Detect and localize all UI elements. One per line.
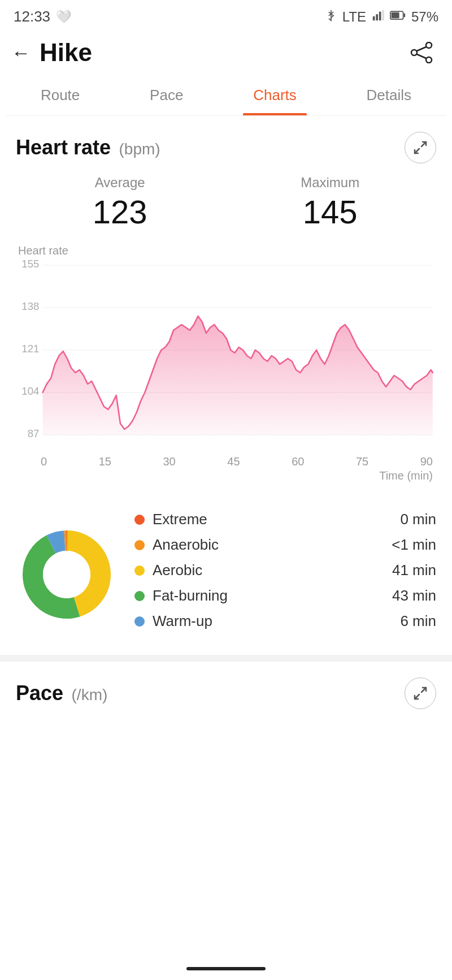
lte-label: LTE <box>342 9 366 25</box>
tab-bar: Route Pace Charts Details <box>6 73 446 116</box>
svg-text:87: 87 <box>28 428 40 439</box>
section-title-area: Heart rate (bpm) <box>16 136 160 159</box>
zone-extreme: Extreme 0 min <box>134 511 436 528</box>
zone-extreme-name: Extreme <box>153 511 207 528</box>
maximum-stat: Maximum 145 <box>301 175 359 231</box>
page-title: Hike <box>40 38 92 67</box>
section-divider <box>0 655 452 662</box>
zone-anaerobic-name: Anaerobic <box>153 536 219 554</box>
zone-aerobic-time: 41 min <box>385 562 436 579</box>
svg-point-29 <box>43 551 90 598</box>
pace-title: Pace <box>16 681 63 705</box>
zone-fatburning-dot <box>134 591 145 601</box>
pace-title-area: Pace (/km) <box>16 681 107 705</box>
maximum-label: Maximum <box>301 175 359 191</box>
bottom-nav-bar <box>0 957 452 980</box>
bottom-spacer <box>0 771 452 805</box>
bluetooth-icon <box>325 8 337 25</box>
back-button[interactable]: ← <box>11 42 31 64</box>
donut-chart <box>16 524 118 625</box>
time-display: 12:33 <box>14 8 50 25</box>
zone-warmup-dot <box>134 616 145 627</box>
zone-fatburning-name: Fat-burning <box>153 587 228 605</box>
svg-point-8 <box>411 50 417 55</box>
pace-section-header: Pace (/km) <box>16 677 436 709</box>
svg-rect-6 <box>403 13 405 17</box>
svg-line-11 <box>417 54 426 58</box>
zone-anaerobic-left: Anaerobic <box>134 536 219 554</box>
pace-section: Pace (/km) <box>0 662 452 771</box>
svg-rect-5 <box>392 12 399 18</box>
average-label: Average <box>95 175 145 191</box>
stats-row: Average 123 Maximum 145 <box>16 175 436 231</box>
zone-warmup: Warm-up 6 min <box>134 612 436 630</box>
svg-line-10 <box>417 47 426 51</box>
expand-button[interactable] <box>405 132 436 163</box>
signal-icon <box>372 9 384 25</box>
zone-extreme-time: 0 min <box>385 511 436 528</box>
share-button[interactable] <box>407 38 436 67</box>
zone-aerobic-dot <box>134 565 145 576</box>
zone-fatburning-left: Fat-burning <box>134 587 228 605</box>
tab-details[interactable]: Details <box>357 79 421 115</box>
svg-text:104: 104 <box>21 385 39 397</box>
zones-legend: Extreme 0 min Anaerobic <1 min Aerobic 4… <box>134 511 436 638</box>
zone-extreme-dot <box>134 515 145 525</box>
zone-aerobic: Aerobic 41 min <box>134 562 436 579</box>
battery-percent: 57% <box>411 9 438 25</box>
health-icon: 🤍 <box>56 10 71 24</box>
zone-anaerobic: Anaerobic <1 min <box>134 536 436 554</box>
status-indicators: LTE 57% <box>325 8 438 25</box>
status-bar: 12:33 🤍 LTE 57% <box>0 0 452 30</box>
x-axis-title: Time (min) <box>16 469 436 482</box>
average-stat: Average 123 <box>93 175 147 231</box>
heart-rate-chart: Heart rate 155 138 121 104 87 <box>16 244 436 482</box>
svg-rect-1 <box>376 14 378 20</box>
header-left: ← Hike <box>11 38 92 67</box>
tab-pace[interactable]: Pace <box>140 79 193 115</box>
hr-title: Heart rate <box>16 136 111 159</box>
zone-fatburning: Fat-burning 43 min <box>134 587 436 605</box>
hr-unit: (bpm) <box>119 140 160 158</box>
zone-warmup-name: Warm-up <box>153 612 212 630</box>
tab-charts[interactable]: Charts <box>243 79 307 115</box>
zone-anaerobic-time: <1 min <box>385 536 436 554</box>
svg-text:155: 155 <box>21 260 39 270</box>
app-header: ← Hike <box>0 30 452 73</box>
chart-y-label: Heart rate <box>16 244 436 257</box>
zone-extreme-left: Extreme <box>134 511 207 528</box>
svg-point-7 <box>426 42 432 48</box>
maximum-value: 145 <box>303 193 358 231</box>
zone-fatburning-time: 43 min <box>385 587 436 605</box>
x-axis-labels: 0 15 30 45 60 75 90 <box>16 452 436 468</box>
svg-text:138: 138 <box>21 300 39 312</box>
zone-aerobic-name: Aerobic <box>153 562 202 579</box>
svg-rect-0 <box>373 16 375 20</box>
average-value: 123 <box>93 193 147 231</box>
battery-icon <box>390 9 406 25</box>
pace-chart-placeholder <box>16 720 436 766</box>
section-header: Heart rate (bpm) <box>16 132 436 163</box>
home-indicator <box>186 967 266 970</box>
zone-aerobic-left: Aerobic <box>134 562 202 579</box>
zone-warmup-time: 6 min <box>385 612 436 630</box>
svg-text:121: 121 <box>21 343 39 355</box>
svg-rect-3 <box>382 10 384 20</box>
svg-point-9 <box>426 57 432 63</box>
pace-unit: (/km) <box>72 686 108 703</box>
status-time: 12:33 🤍 <box>14 8 71 25</box>
zone-anaerobic-dot <box>134 540 145 550</box>
pace-expand-button[interactable] <box>405 677 436 709</box>
zones-section: Extreme 0 min Anaerobic <1 min Aerobic 4… <box>0 499 452 655</box>
chart-svg-area: 155 138 121 104 87 <box>16 260 436 452</box>
zone-warmup-left: Warm-up <box>134 612 212 630</box>
svg-rect-2 <box>379 11 381 20</box>
tab-route[interactable]: Route <box>31 79 90 115</box>
heart-rate-section: Heart rate (bpm) Average 123 Maximum 145… <box>0 116 452 499</box>
